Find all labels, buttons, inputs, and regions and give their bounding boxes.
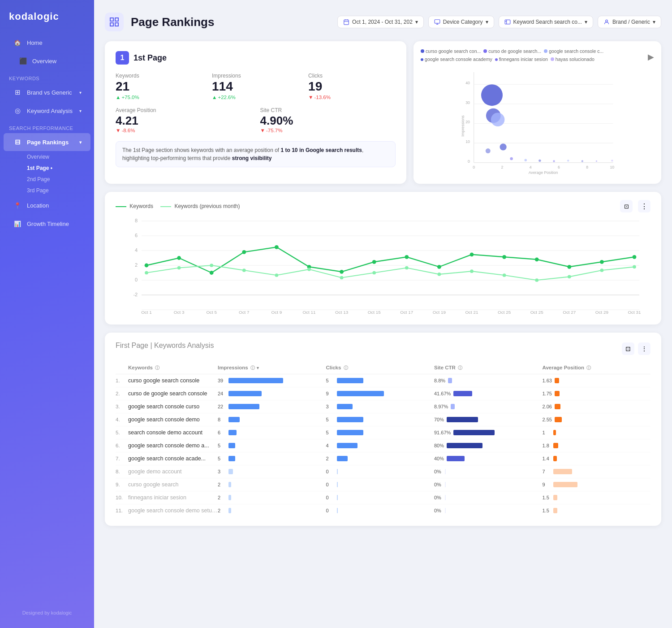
- row-keyword: google search console demo: [128, 416, 218, 423]
- row-keyword: google search console demo setup...: [128, 507, 218, 514]
- svg-rect-4: [344, 20, 349, 25]
- row-num: 6.: [116, 443, 128, 448]
- keyword-search-filter[interactable]: Keyword Search search co... ▾: [499, 16, 593, 28]
- svg-text:Oct 31: Oct 31: [628, 310, 641, 315]
- avgpos-bar: [553, 508, 557, 513]
- chevron-down-icon: ▾: [79, 90, 82, 95]
- table-header: Keywords ⓘ Impressions ⓘ▼ Clicks ⓘ Site …: [116, 362, 650, 374]
- row-impressions: 3: [218, 469, 326, 474]
- clicks-val: 5: [326, 378, 334, 383]
- col-impressions-header[interactable]: Impressions ⓘ▼: [218, 365, 326, 371]
- impressions-val: 3: [218, 469, 226, 474]
- row-ctr: 91.67%: [434, 430, 543, 435]
- table-export-btn[interactable]: ⊡: [622, 342, 634, 355]
- impressions-val: 8: [218, 417, 226, 422]
- avgpos-val: 2.06: [543, 404, 552, 409]
- sidebar-footer: Designed by kodalogic: [0, 605, 94, 621]
- date-filter[interactable]: Oct 1, 2024 - Oct 31, 202 ▾: [337, 16, 424, 28]
- col-keywords-header[interactable]: Keywords ⓘ: [128, 365, 218, 371]
- row-num: 4.: [116, 417, 128, 422]
- sidebar-item-brand-vs-generic[interactable]: ⊞ Brand vs Generic ▾: [4, 83, 90, 101]
- col-ctr-header[interactable]: Site CTR ⓘ: [434, 365, 543, 371]
- sidebar-item-page-rankings[interactable]: ⊟ Page Rankings ▾: [4, 133, 90, 151]
- svg-point-40: [525, 159, 527, 161]
- arrow-down-icon: ▼: [116, 128, 121, 133]
- arrow-up-icon: ▲: [116, 95, 121, 100]
- table-row[interactable]: 1. curso google search console 39 5 8.8%…: [116, 374, 650, 387]
- table-more-btn[interactable]: ⋮: [638, 342, 650, 355]
- ctr-bar: [447, 456, 465, 461]
- brand-generic-label: Brand / Generic: [612, 19, 650, 25]
- scatter-nav-icon[interactable]: ▶: [648, 52, 654, 62]
- impressions-val: 5: [218, 443, 226, 448]
- stats-grid-2: Average Position 4.21 ▼ -8.6% Site CTR 4…: [116, 107, 396, 134]
- avgpos-bar: [553, 469, 572, 474]
- stat-site-ctr: Site CTR 4.90% ▼ -75.7%: [260, 107, 396, 134]
- device-filter-label: Device Category: [443, 19, 483, 25]
- svg-text:Oct 27: Oct 27: [563, 310, 576, 315]
- svg-text:Oct 29: Oct 29: [595, 310, 609, 315]
- sidebar-item-overview[interactable]: ⬛ Overview: [4, 52, 90, 70]
- stat-avgpos-value: 4.21: [116, 114, 251, 127]
- table-row[interactable]: 3. google search console curso 22 3 8.97…: [116, 400, 650, 413]
- svg-text:Oct 5: Oct 5: [206, 310, 217, 315]
- table-row[interactable]: 8. google demo account 3 0 0% 7: [116, 465, 650, 478]
- home-icon: 🏠: [13, 38, 22, 48]
- stat-keywords-label: Keywords: [116, 73, 203, 79]
- avgpos-bar: [555, 417, 562, 422]
- clicks-val: 3: [326, 404, 334, 409]
- svg-text:Oct 15: Oct 15: [368, 310, 381, 315]
- table-row[interactable]: 7. google search console acade... 5 2 40…: [116, 452, 650, 465]
- impressions-bar: [228, 456, 235, 461]
- stat-avgpos-label: Average Position: [116, 107, 251, 113]
- stat-avgpos-change: ▼ -8.6%: [116, 128, 251, 133]
- row-keyword: finnegans iniciar sesion: [128, 494, 218, 501]
- row-clicks: 3: [326, 404, 435, 409]
- svg-point-82: [340, 270, 344, 274]
- clicks-bar: [337, 469, 338, 474]
- svg-text:4: 4: [135, 247, 138, 253]
- sidebar-item-growth-timeline[interactable]: 📊 Growth Timeline: [4, 215, 90, 233]
- row-avgpos: 1.63: [543, 378, 651, 383]
- col-avgpos-header[interactable]: Average Position ⓘ: [543, 365, 651, 371]
- sort-icon: ▼: [256, 366, 260, 370]
- clicks-val: 5: [326, 430, 334, 435]
- export-chart-btn[interactable]: ⊡: [620, 200, 633, 212]
- keyword-search-chevron-icon: ▾: [585, 19, 587, 25]
- brand-generic-filter[interactable]: Brand / Generic ▾: [598, 16, 661, 28]
- svg-text:Oct 17: Oct 17: [400, 310, 413, 315]
- table-row[interactable]: 11. google search console demo setup... …: [116, 504, 650, 517]
- sidebar-item-1stpage[interactable]: 1st Page •: [4, 163, 90, 173]
- device-filter[interactable]: Device Category ▾: [428, 16, 494, 28]
- sidebar-item-3rdpage[interactable]: 3rd Page: [4, 185, 90, 196]
- sidebar-item-sub-overview[interactable]: Overview: [4, 152, 90, 162]
- row-num: 9.: [116, 482, 128, 487]
- sidebar-item-home[interactable]: 🏠 Home: [4, 34, 90, 52]
- svg-point-43: [567, 160, 569, 161]
- table-row[interactable]: 10. finnegans iniciar sesion 2 0 0% 1.5: [116, 491, 650, 504]
- svg-point-46: [611, 160, 613, 161]
- svg-point-86: [470, 252, 474, 256]
- svg-point-99: [372, 271, 376, 275]
- row-avgpos: 7: [543, 469, 651, 474]
- sidebar-item-2ndpage[interactable]: 2nd Page: [4, 174, 90, 185]
- svg-point-93: [177, 266, 181, 270]
- sidebar-navigation: 🏠 Home ⬛ Overview Keywords ⊞ Brand vs Ge…: [0, 33, 94, 605]
- sidebar-item-location[interactable]: 📍 Location: [4, 196, 90, 214]
- table-row[interactable]: 6. google search console demo a... 5 4 8…: [116, 439, 650, 452]
- more-options-btn[interactable]: ⋮: [638, 200, 650, 212]
- col-clicks-header[interactable]: Clicks ⓘ: [326, 365, 435, 371]
- table-row[interactable]: 4. google search console demo 8 5 70% 2.…: [116, 413, 650, 426]
- row-avgpos: 1.5: [543, 495, 651, 500]
- avgpos-bar: [553, 482, 577, 487]
- table-row[interactable]: 9. curso google search 2 0 0% 9: [116, 478, 650, 491]
- chevron-down-icon: ▾: [79, 108, 82, 113]
- svg-point-98: [340, 276, 344, 280]
- table-row[interactable]: 5. search console demo account 6 5 91.67…: [116, 426, 650, 439]
- table-row[interactable]: 2. curso de google search console 24 9 4…: [116, 387, 650, 400]
- row-keyword: curso google search console: [128, 377, 218, 384]
- svg-point-92: [145, 271, 148, 275]
- ctr-bar: [448, 378, 452, 383]
- page-rankings-label: Page Rankings: [27, 139, 69, 146]
- sidebar-item-keyword-analysis[interactable]: ◎ Keyword Analysis ▾: [4, 102, 90, 120]
